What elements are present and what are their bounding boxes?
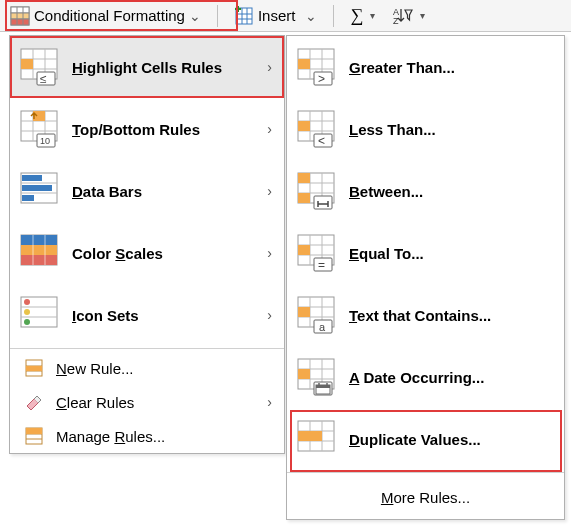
toolbar-separator — [333, 5, 334, 27]
menu-label: Clear Rules — [56, 394, 255, 411]
new-rule-icon — [24, 358, 44, 378]
menu-label: Text that Contains... — [349, 307, 552, 324]
svg-rect-3 — [11, 19, 29, 25]
date-occurring-icon — [297, 358, 335, 396]
svg-rect-114 — [298, 431, 310, 441]
menu-label: Icon Sets — [72, 307, 253, 324]
menu-item-new-rule[interactable]: New Rule... — [10, 351, 284, 385]
svg-rect-60 — [298, 59, 310, 69]
top-bottom-icon: 10 — [20, 110, 58, 148]
menu-label: Less Than... — [349, 121, 552, 138]
svg-rect-106 — [316, 385, 330, 388]
menu-item-equal-to[interactable]: = Equal To... — [287, 222, 564, 284]
sigma-icon: ∑ — [350, 5, 363, 26]
insert-label: Insert — [258, 7, 296, 24]
svg-rect-2 — [11, 13, 29, 19]
svg-rect-78 — [314, 196, 332, 209]
menu-item-duplicate-values[interactable]: Duplicate Values... — [287, 408, 564, 470]
svg-text:a: a — [319, 321, 326, 333]
conditional-formatting-button[interactable]: Conditional Formatting ⌄ — [4, 2, 207, 30]
chevron-right-icon: › — [267, 183, 272, 199]
chevron-down-icon: ⌄ — [189, 8, 201, 24]
menu-label: Color Scales — [72, 245, 253, 262]
menu-label: Highlight Cells Rules — [72, 59, 253, 76]
menu-item-date-occurring[interactable]: A Date Occurring... — [287, 346, 564, 408]
toolbar-separator — [217, 5, 218, 27]
between-icon — [297, 172, 335, 210]
svg-text:Z: Z — [393, 16, 399, 26]
svg-point-44 — [24, 299, 30, 305]
menu-item-icon-sets[interactable]: Icon Sets › — [10, 284, 284, 346]
svg-text:>: > — [318, 72, 325, 86]
menu-item-manage-rules[interactable]: Manage Rules... — [10, 419, 284, 453]
sort-filter-button[interactable]: A Z — [387, 2, 427, 30]
chevron-right-icon: › — [267, 121, 272, 137]
svg-text:=: = — [318, 258, 325, 272]
text-contains-icon: a — [297, 296, 335, 334]
highlight-cells-icon: ≤ — [20, 48, 58, 86]
conditional-formatting-menu: ≤ Highlight Cells Rules › 10 Top/Bottom … — [9, 35, 285, 454]
conditional-formatting-icon — [10, 6, 30, 26]
svg-rect-68 — [298, 121, 310, 131]
menu-label: Duplicate Values... — [349, 431, 552, 448]
ribbon-toolbar: Conditional Formatting ⌄ Insert ⌄ ∑ A Z — [0, 0, 571, 32]
conditional-formatting-label: Conditional Formatting — [34, 7, 185, 24]
svg-rect-115 — [310, 431, 322, 441]
menu-item-greater-than[interactable]: > Greater Than... — [287, 36, 564, 98]
chevron-right-icon: › — [267, 59, 272, 75]
menu-item-clear-rules[interactable]: Clear Rules › — [10, 385, 284, 419]
svg-rect-18 — [21, 59, 33, 69]
greater-than-icon: > — [297, 48, 335, 86]
equal-to-icon: = — [297, 234, 335, 272]
svg-point-46 — [24, 319, 30, 325]
svg-text:10: 10 — [40, 136, 50, 146]
menu-label: Between... — [349, 183, 552, 200]
menu-label: Equal To... — [349, 245, 552, 262]
insert-icon — [234, 6, 254, 26]
manage-rules-icon — [24, 426, 44, 446]
svg-rect-34 — [22, 195, 34, 201]
less-than-icon: < — [297, 110, 335, 148]
svg-rect-50 — [26, 366, 42, 371]
svg-rect-95 — [298, 307, 310, 317]
menu-item-more-rules[interactable]: More Rules... — [287, 475, 564, 519]
svg-rect-77 — [298, 193, 310, 203]
svg-rect-32 — [22, 175, 42, 181]
svg-rect-87 — [298, 245, 310, 255]
clear-rules-icon — [24, 392, 44, 412]
insert-button[interactable]: Insert ⌄ — [228, 2, 324, 30]
menu-label: Greater Than... — [349, 59, 552, 76]
svg-rect-33 — [22, 185, 52, 191]
menu-label: More Rules... — [381, 489, 470, 506]
chevron-down-icon: ⌄ — [305, 8, 317, 24]
highlight-cells-submenu: > Greater Than... < Less Than... Between… — [286, 35, 565, 520]
svg-rect-103 — [298, 369, 310, 379]
sort-filter-icon: A Z — [393, 6, 413, 26]
menu-item-highlight-cells[interactable]: ≤ Highlight Cells Rules › — [10, 36, 284, 98]
menu-label: Manage Rules... — [56, 428, 272, 445]
chevron-right-icon: › — [267, 307, 272, 323]
menu-item-data-bars[interactable]: Data Bars › — [10, 160, 284, 222]
menu-label: A Date Occurring... — [349, 369, 552, 386]
menu-label: Data Bars — [72, 183, 253, 200]
icon-sets-icon — [20, 296, 58, 334]
svg-rect-1 — [11, 7, 29, 13]
menu-item-color-scales[interactable]: Color Scales › — [10, 222, 284, 284]
autosum-button[interactable]: ∑ — [344, 2, 381, 30]
menu-item-less-than[interactable]: < Less Than... — [287, 98, 564, 160]
menu-divider — [287, 472, 564, 473]
svg-text:<: < — [318, 134, 325, 148]
menu-item-text-contains[interactable]: a Text that Contains... — [287, 284, 564, 346]
menu-item-top-bottom[interactable]: 10 Top/Bottom Rules › — [10, 98, 284, 160]
svg-rect-26 — [33, 111, 45, 121]
svg-rect-36 — [21, 235, 57, 245]
color-scales-icon — [20, 234, 58, 272]
duplicate-values-icon — [297, 420, 335, 458]
svg-rect-54 — [26, 428, 42, 434]
chevron-right-icon: › — [267, 245, 272, 261]
menu-divider — [10, 348, 284, 349]
menu-item-between[interactable]: Between... — [287, 160, 564, 222]
menu-label: New Rule... — [56, 360, 272, 377]
svg-rect-38 — [21, 255, 57, 265]
svg-point-45 — [24, 309, 30, 315]
